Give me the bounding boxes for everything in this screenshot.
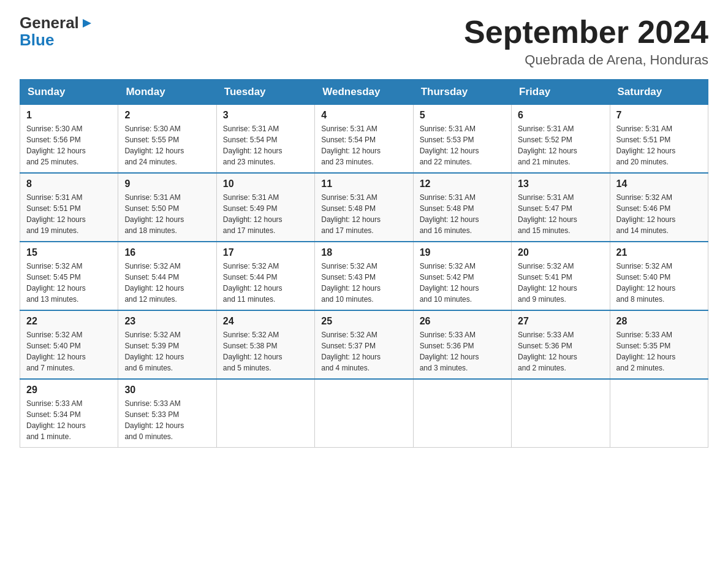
table-row: 2 Sunrise: 5:30 AMSunset: 5:55 PMDayligh… [118,105,216,174]
table-row: 13 Sunrise: 5:31 AMSunset: 5:47 PMDaylig… [512,173,610,242]
table-row [413,379,511,448]
day-info: Sunrise: 5:32 AMSunset: 5:43 PMDaylight:… [321,262,381,304]
day-number: 11 [321,178,406,190]
header: General Blue September 2024 Quebrada de … [20,15,708,68]
day-number: 16 [124,247,210,258]
day-number: 22 [26,316,112,327]
table-row [512,379,610,448]
day-number: 6 [518,110,603,121]
day-number: 17 [223,247,308,258]
day-info: Sunrise: 5:30 AMSunset: 5:55 PMDaylight:… [124,124,184,166]
day-info: Sunrise: 5:31 AMSunset: 5:51 PMDaylight:… [26,193,86,235]
table-row: 21 Sunrise: 5:32 AMSunset: 5:40 PMDaylig… [610,242,708,310]
table-row: 11 Sunrise: 5:31 AMSunset: 5:48 PMDaylig… [315,173,413,242]
day-number: 12 [420,178,505,190]
title-area: September 2024 Quebrada de Arena, Hondur… [464,15,708,68]
day-info: Sunrise: 5:32 AMSunset: 5:37 PMDaylight:… [321,331,381,372]
logo-arrow-icon [80,17,94,30]
day-info: Sunrise: 5:30 AMSunset: 5:56 PMDaylight:… [26,124,86,166]
day-number: 14 [616,178,702,190]
day-info: Sunrise: 5:32 AMSunset: 5:44 PMDaylight:… [124,262,184,304]
day-info: Sunrise: 5:32 AMSunset: 5:39 PMDaylight:… [124,331,184,372]
table-row [216,379,314,448]
calendar-table: Sunday Monday Tuesday Wednesday Thursday… [20,79,708,448]
day-number: 21 [616,247,702,258]
calendar-title: September 2024 [464,15,708,50]
day-number: 15 [26,247,112,258]
col-friday: Friday [512,80,610,105]
table-row: 27 Sunrise: 5:33 AMSunset: 5:36 PMDaylig… [512,310,610,379]
table-row: 15 Sunrise: 5:32 AMSunset: 5:45 PMDaylig… [20,242,118,310]
day-number: 26 [420,316,505,327]
day-info: Sunrise: 5:31 AMSunset: 5:48 PMDaylight:… [420,193,479,235]
table-row: 19 Sunrise: 5:32 AMSunset: 5:42 PMDaylig… [413,242,511,310]
calendar-subtitle: Quebrada de Arena, Honduras [464,52,708,68]
table-row: 4 Sunrise: 5:31 AMSunset: 5:54 PMDayligh… [315,105,413,174]
table-row: 28 Sunrise: 5:33 AMSunset: 5:35 PMDaylig… [610,310,708,379]
table-row: 8 Sunrise: 5:31 AMSunset: 5:51 PMDayligh… [20,173,118,242]
table-row: 10 Sunrise: 5:31 AMSunset: 5:49 PMDaylig… [216,173,314,242]
calendar-week-row: 29 Sunrise: 5:33 AMSunset: 5:34 PMDaylig… [20,379,708,448]
calendar-week-row: 1 Sunrise: 5:30 AMSunset: 5:56 PMDayligh… [20,105,708,174]
col-monday: Monday [118,80,216,105]
table-row: 14 Sunrise: 5:32 AMSunset: 5:46 PMDaylig… [610,173,708,242]
day-info: Sunrise: 5:31 AMSunset: 5:54 PMDaylight:… [223,124,282,166]
day-info: Sunrise: 5:33 AMSunset: 5:35 PMDaylight:… [616,331,676,372]
day-info: Sunrise: 5:33 AMSunset: 5:36 PMDaylight:… [420,331,479,372]
logo: General Blue [20,15,94,50]
day-info: Sunrise: 5:31 AMSunset: 5:50 PMDaylight:… [124,193,184,235]
day-number: 20 [518,247,603,258]
day-number: 13 [518,178,603,190]
day-number: 18 [321,247,406,258]
col-thursday: Thursday [413,80,511,105]
day-info: Sunrise: 5:31 AMSunset: 5:49 PMDaylight:… [223,193,282,235]
day-info: Sunrise: 5:32 AMSunset: 5:46 PMDaylight:… [616,193,676,235]
day-number: 2 [124,110,210,121]
table-row: 26 Sunrise: 5:33 AMSunset: 5:36 PMDaylig… [413,310,511,379]
day-info: Sunrise: 5:32 AMSunset: 5:40 PMDaylight:… [26,331,86,372]
day-info: Sunrise: 5:33 AMSunset: 5:33 PMDaylight:… [124,399,184,441]
col-tuesday: Tuesday [216,80,314,105]
table-row: 17 Sunrise: 5:32 AMSunset: 5:44 PMDaylig… [216,242,314,310]
day-number: 30 [124,385,210,396]
day-info: Sunrise: 5:33 AMSunset: 5:34 PMDaylight:… [26,399,86,441]
table-row: 3 Sunrise: 5:31 AMSunset: 5:54 PMDayligh… [216,105,314,174]
day-number: 5 [420,110,505,121]
day-info: Sunrise: 5:31 AMSunset: 5:53 PMDaylight:… [420,124,479,166]
day-info: Sunrise: 5:31 AMSunset: 5:47 PMDaylight:… [518,193,577,235]
table-row [315,379,413,448]
col-sunday: Sunday [20,80,118,105]
day-info: Sunrise: 5:31 AMSunset: 5:54 PMDaylight:… [321,124,381,166]
day-info: Sunrise: 5:32 AMSunset: 5:41 PMDaylight:… [518,262,577,304]
col-wednesday: Wednesday [315,80,413,105]
day-info: Sunrise: 5:32 AMSunset: 5:45 PMDaylight:… [26,262,86,304]
calendar-week-row: 15 Sunrise: 5:32 AMSunset: 5:45 PMDaylig… [20,242,708,310]
day-number: 10 [223,178,308,190]
col-saturday: Saturday [610,80,708,105]
day-number: 4 [321,110,406,121]
table-row: 12 Sunrise: 5:31 AMSunset: 5:48 PMDaylig… [413,173,511,242]
day-number: 28 [616,316,702,327]
day-number: 27 [518,316,603,327]
table-row: 29 Sunrise: 5:33 AMSunset: 5:34 PMDaylig… [20,379,118,448]
table-row: 20 Sunrise: 5:32 AMSunset: 5:41 PMDaylig… [512,242,610,310]
day-info: Sunrise: 5:31 AMSunset: 5:51 PMDaylight:… [616,124,676,166]
day-info: Sunrise: 5:31 AMSunset: 5:48 PMDaylight:… [321,193,381,235]
day-number: 9 [124,178,210,190]
day-info: Sunrise: 5:32 AMSunset: 5:44 PMDaylight:… [223,262,282,304]
day-number: 29 [26,385,112,396]
header-row: Sunday Monday Tuesday Wednesday Thursday… [20,80,708,105]
table-row: 7 Sunrise: 5:31 AMSunset: 5:51 PMDayligh… [610,105,708,174]
table-row: 6 Sunrise: 5:31 AMSunset: 5:52 PMDayligh… [512,105,610,174]
table-row: 9 Sunrise: 5:31 AMSunset: 5:50 PMDayligh… [118,173,216,242]
day-number: 8 [26,178,112,190]
day-number: 1 [26,110,112,121]
table-row: 25 Sunrise: 5:32 AMSunset: 5:37 PMDaylig… [315,310,413,379]
logo-name-black: General [20,15,79,31]
table-row: 18 Sunrise: 5:32 AMSunset: 5:43 PMDaylig… [315,242,413,310]
day-number: 3 [223,110,308,121]
day-info: Sunrise: 5:31 AMSunset: 5:52 PMDaylight:… [518,124,577,166]
calendar-week-row: 22 Sunrise: 5:32 AMSunset: 5:40 PMDaylig… [20,310,708,379]
svg-marker-0 [83,19,91,28]
day-info: Sunrise: 5:33 AMSunset: 5:36 PMDaylight:… [518,331,577,372]
